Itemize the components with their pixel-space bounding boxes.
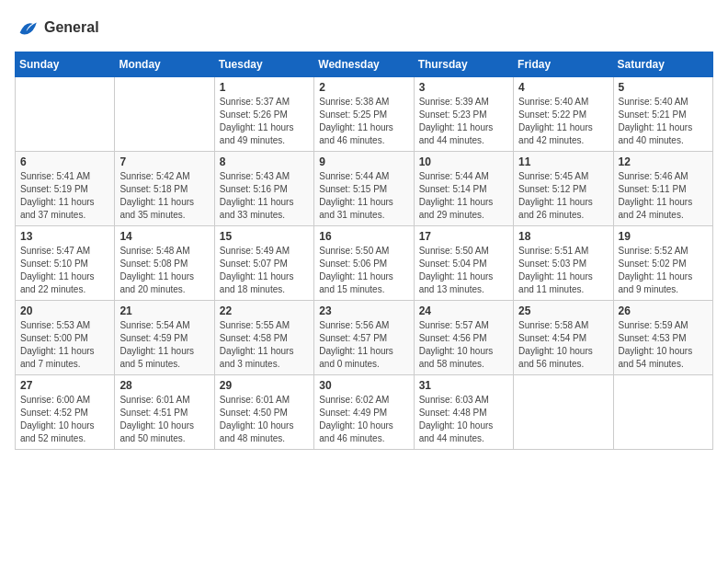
calendar-day-cell: 12Sunrise: 5:46 AMSunset: 5:11 PMDayligh… — [613, 152, 712, 226]
weekday-header: Thursday — [414, 52, 513, 77]
calendar-week-row: 13Sunrise: 5:47 AMSunset: 5:10 PMDayligh… — [16, 226, 713, 301]
day-number: 29 — [220, 379, 309, 392]
calendar-day-cell: 4Sunrise: 5:40 AMSunset: 5:22 PMDaylight… — [514, 77, 613, 152]
day-info: Sunrise: 6:01 AMSunset: 4:50 PMDaylight:… — [220, 394, 309, 445]
calendar-day-cell: 18Sunrise: 5:51 AMSunset: 5:03 PMDayligh… — [514, 226, 613, 301]
calendar-day-cell: 15Sunrise: 5:49 AMSunset: 5:07 PMDayligh… — [214, 226, 313, 301]
day-info: Sunrise: 5:56 AMSunset: 4:57 PMDaylight:… — [319, 319, 408, 371]
day-number: 11 — [518, 155, 608, 168]
day-info: Sunrise: 5:48 AMSunset: 5:08 PMDaylight:… — [119, 245, 209, 296]
day-number: 23 — [319, 304, 408, 317]
day-number: 30 — [319, 379, 408, 392]
calendar-day-cell: 3Sunrise: 5:39 AMSunset: 5:23 PMDaylight… — [414, 77, 513, 152]
day-number: 22 — [220, 304, 309, 317]
day-info: Sunrise: 5:44 AMSunset: 5:15 PMDaylight:… — [319, 170, 408, 222]
day-number: 27 — [20, 379, 109, 392]
logo: General — [15, 15, 99, 40]
calendar-day-cell: 14Sunrise: 5:48 AMSunset: 5:08 PMDayligh… — [115, 226, 214, 301]
day-number: 18 — [518, 230, 608, 243]
day-info: Sunrise: 5:44 AMSunset: 5:14 PMDaylight:… — [419, 170, 508, 222]
calendar-day-cell: 26Sunrise: 5:59 AMSunset: 4:53 PMDayligh… — [613, 301, 712, 375]
calendar-day-cell: 31Sunrise: 6:03 AMSunset: 4:48 PMDayligh… — [414, 375, 513, 450]
calendar-day-cell — [115, 77, 214, 152]
day-info: Sunrise: 5:49 AMSunset: 5:07 PMDaylight:… — [220, 245, 309, 296]
day-number: 20 — [20, 304, 109, 317]
day-number: 7 — [119, 155, 209, 168]
calendar-day-cell: 16Sunrise: 5:50 AMSunset: 5:06 PMDayligh… — [314, 226, 414, 301]
day-number: 14 — [119, 230, 209, 243]
day-number: 2 — [319, 81, 408, 94]
calendar-header-row: SundayMondayTuesdayWednesdayThursdayFrid… — [16, 52, 713, 77]
logo-icon — [15, 15, 40, 40]
calendar-week-row: 27Sunrise: 6:00 AMSunset: 4:52 PMDayligh… — [16, 375, 713, 450]
weekday-header: Sunday — [16, 52, 115, 77]
calendar-day-cell: 29Sunrise: 6:01 AMSunset: 4:50 PMDayligh… — [214, 375, 313, 450]
calendar-day-cell: 8Sunrise: 5:43 AMSunset: 5:16 PMDaylight… — [214, 152, 313, 226]
weekday-header: Saturday — [613, 52, 712, 77]
day-number: 21 — [119, 304, 209, 317]
calendar-day-cell: 27Sunrise: 6:00 AMSunset: 4:52 PMDayligh… — [16, 375, 115, 450]
calendar-day-cell: 25Sunrise: 5:58 AMSunset: 4:54 PMDayligh… — [514, 301, 613, 375]
calendar-day-cell: 20Sunrise: 5:53 AMSunset: 5:00 PMDayligh… — [16, 301, 115, 375]
calendar-day-cell: 7Sunrise: 5:42 AMSunset: 5:18 PMDaylight… — [115, 152, 214, 226]
day-info: Sunrise: 5:51 AMSunset: 5:03 PMDaylight:… — [518, 245, 608, 296]
logo-text: General — [44, 18, 99, 36]
day-number: 12 — [619, 155, 708, 168]
calendar-day-cell: 24Sunrise: 5:57 AMSunset: 4:56 PMDayligh… — [414, 301, 513, 375]
weekday-header: Monday — [115, 52, 214, 77]
day-info: Sunrise: 6:00 AMSunset: 4:52 PMDaylight:… — [20, 394, 109, 445]
day-info: Sunrise: 5:58 AMSunset: 4:54 PMDaylight:… — [518, 319, 608, 371]
calendar-day-cell — [613, 375, 712, 450]
day-number: 15 — [220, 230, 309, 243]
day-number: 8 — [220, 155, 309, 168]
calendar-day-cell: 28Sunrise: 6:01 AMSunset: 4:51 PMDayligh… — [115, 375, 214, 450]
day-info: Sunrise: 6:02 AMSunset: 4:49 PMDaylight:… — [319, 394, 408, 445]
day-number: 28 — [119, 379, 209, 392]
calendar-day-cell: 6Sunrise: 5:41 AMSunset: 5:19 PMDaylight… — [16, 152, 115, 226]
day-info: Sunrise: 5:50 AMSunset: 5:06 PMDaylight:… — [319, 245, 408, 296]
day-info: Sunrise: 6:03 AMSunset: 4:48 PMDaylight:… — [419, 394, 508, 445]
day-info: Sunrise: 5:41 AMSunset: 5:19 PMDaylight:… — [20, 170, 109, 222]
calendar-week-row: 20Sunrise: 5:53 AMSunset: 5:00 PMDayligh… — [16, 301, 713, 375]
day-number: 9 — [319, 155, 408, 168]
calendar-day-cell: 13Sunrise: 5:47 AMSunset: 5:10 PMDayligh… — [16, 226, 115, 301]
day-info: Sunrise: 5:43 AMSunset: 5:16 PMDaylight:… — [220, 170, 309, 222]
day-info: Sunrise: 5:40 AMSunset: 5:22 PMDaylight:… — [518, 96, 608, 147]
day-info: Sunrise: 5:55 AMSunset: 4:58 PMDaylight:… — [220, 319, 309, 371]
day-info: Sunrise: 5:57 AMSunset: 4:56 PMDaylight:… — [419, 319, 508, 371]
calendar-day-cell — [16, 77, 115, 152]
calendar-day-cell: 10Sunrise: 5:44 AMSunset: 5:14 PMDayligh… — [414, 152, 513, 226]
calendar-day-cell: 5Sunrise: 5:40 AMSunset: 5:21 PMDaylight… — [613, 77, 712, 152]
day-info: Sunrise: 5:47 AMSunset: 5:10 PMDaylight:… — [20, 245, 109, 296]
day-info: Sunrise: 5:45 AMSunset: 5:12 PMDaylight:… — [518, 170, 608, 222]
day-number: 19 — [619, 230, 708, 243]
weekday-header: Friday — [514, 52, 613, 77]
day-info: Sunrise: 5:38 AMSunset: 5:25 PMDaylight:… — [319, 96, 408, 147]
calendar-week-row: 6Sunrise: 5:41 AMSunset: 5:19 PMDaylight… — [16, 152, 713, 226]
day-number: 6 — [20, 155, 109, 168]
day-number: 25 — [518, 304, 608, 317]
day-number: 17 — [419, 230, 508, 243]
day-number: 31 — [419, 379, 508, 392]
calendar-day-cell: 2Sunrise: 5:38 AMSunset: 5:25 PMDaylight… — [314, 77, 414, 152]
day-number: 3 — [419, 81, 508, 94]
day-number: 13 — [20, 230, 109, 243]
day-info: Sunrise: 5:40 AMSunset: 5:21 PMDaylight:… — [619, 96, 708, 147]
day-info: Sunrise: 5:54 AMSunset: 4:59 PMDaylight:… — [119, 319, 209, 371]
day-number: 5 — [619, 81, 708, 94]
calendar-day-cell: 19Sunrise: 5:52 AMSunset: 5:02 PMDayligh… — [613, 226, 712, 301]
day-number: 24 — [419, 304, 508, 317]
day-info: Sunrise: 5:59 AMSunset: 4:53 PMDaylight:… — [619, 319, 708, 371]
calendar-day-cell — [514, 375, 613, 450]
day-number: 1 — [220, 81, 309, 94]
calendar-day-cell: 1Sunrise: 5:37 AMSunset: 5:26 PMDaylight… — [214, 77, 313, 152]
day-number: 26 — [619, 304, 708, 317]
calendar-day-cell: 23Sunrise: 5:56 AMSunset: 4:57 PMDayligh… — [314, 301, 414, 375]
day-info: Sunrise: 5:42 AMSunset: 5:18 PMDaylight:… — [119, 170, 209, 222]
day-info: Sunrise: 5:50 AMSunset: 5:04 PMDaylight:… — [419, 245, 508, 296]
weekday-header: Tuesday — [214, 52, 313, 77]
day-info: Sunrise: 6:01 AMSunset: 4:51 PMDaylight:… — [119, 394, 209, 445]
page-header: General — [15, 15, 713, 40]
calendar-day-cell: 22Sunrise: 5:55 AMSunset: 4:58 PMDayligh… — [214, 301, 313, 375]
calendar-day-cell: 9Sunrise: 5:44 AMSunset: 5:15 PMDaylight… — [314, 152, 414, 226]
